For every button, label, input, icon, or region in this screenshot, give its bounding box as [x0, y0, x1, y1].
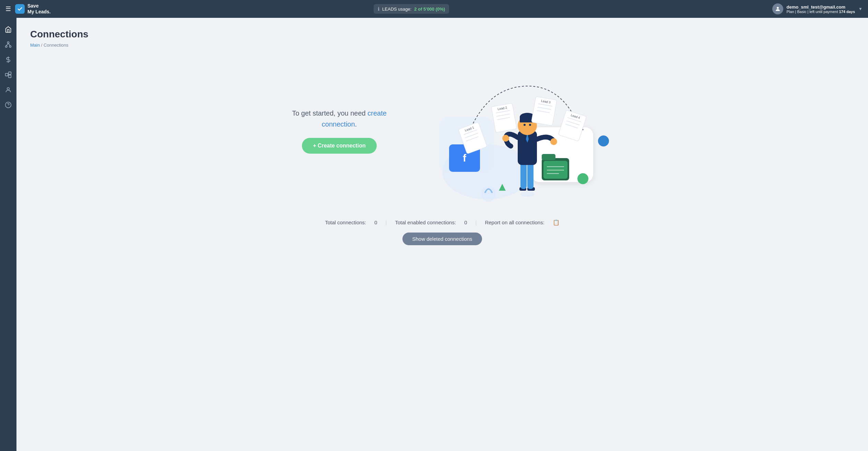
svg-rect-29 [527, 162, 533, 189]
svg-point-2 [8, 42, 9, 44]
svg-point-1 [777, 7, 779, 9]
stats-row: Total connections: 0 | Total enabled con… [325, 219, 560, 226]
svg-point-4 [9, 46, 11, 47]
stats-separator-1: | [386, 219, 387, 225]
svg-text:f: f [463, 152, 467, 164]
connections-inner: To get started, you need create connecti… [30, 59, 854, 203]
stats-area: Total connections: 0 | Total enabled con… [30, 219, 854, 245]
sidebar-item-billing[interactable] [2, 54, 14, 66]
svg-point-25 [520, 191, 534, 197]
logo-text: Save My Leads. [27, 3, 51, 15]
show-deleted-button[interactable]: Show deleted connections [402, 233, 482, 245]
svg-rect-10 [9, 75, 11, 78]
svg-rect-8 [5, 73, 8, 76]
info-icon: ℹ [378, 6, 379, 12]
main-layout: Connections Main / Connections To get st… [0, 18, 868, 451]
svg-point-36 [529, 124, 531, 126]
svg-point-35 [524, 124, 526, 126]
leads-usage-badge: ℹ LEADS usage: 2 of 5'000 (0%) [374, 4, 449, 14]
illustration: f [432, 59, 610, 203]
sidebar-item-integrations[interactable] [2, 69, 14, 81]
user-plan: Plan | Basic | left until payment 174 da… [787, 10, 855, 14]
user-email: demo_sml_test@gmail.com [787, 4, 855, 10]
report-label: Report on all connections: [485, 219, 544, 225]
breadcrumb: Main / Connections [30, 43, 854, 48]
breadcrumb-main-link[interactable]: Main [30, 43, 40, 48]
sidebar [0, 18, 16, 451]
navbar: ☰ Save My Leads. ℹ LEADS usage: 2 of 5'0… [0, 0, 868, 18]
svg-point-3 [5, 46, 7, 47]
user-info: demo_sml_test@gmail.com Plan | Basic | l… [787, 4, 855, 14]
svg-rect-20 [542, 154, 555, 160]
svg-point-62 [598, 135, 609, 146]
hamburger-icon[interactable]: ☰ [5, 5, 11, 13]
sidebar-item-home[interactable] [2, 23, 14, 36]
connections-area: To get started, you need create connecti… [30, 59, 854, 245]
total-enabled-value: 0 [464, 219, 467, 225]
breadcrumb-current: Connections [44, 43, 68, 48]
get-started-text: To get started, you need create connecti… [274, 108, 404, 130]
content-area: Connections Main / Connections To get st… [16, 18, 868, 451]
sidebar-item-connections[interactable] [2, 38, 14, 51]
sidebar-item-profile[interactable] [2, 84, 14, 96]
logo: Save My Leads. [15, 3, 51, 15]
user-avatar [772, 3, 783, 14]
svg-line-6 [8, 44, 10, 46]
svg-point-38 [550, 138, 557, 145]
breadcrumb-separator: / [41, 43, 44, 48]
create-connection-button[interactable]: + Create connection [302, 138, 376, 154]
logo-icon [15, 4, 25, 14]
total-connections-value: 0 [374, 219, 377, 225]
svg-line-5 [6, 44, 8, 46]
page-title: Connections [30, 29, 854, 40]
left-content: To get started, you need create connecti… [274, 108, 404, 154]
svg-point-37 [502, 135, 509, 142]
svg-point-61 [577, 173, 588, 184]
navbar-left: ☰ Save My Leads. [5, 3, 51, 15]
svg-rect-28 [520, 162, 527, 189]
stats-separator-2: | [475, 219, 477, 225]
chevron-down-icon[interactable]: ▼ [858, 7, 863, 11]
leads-usage-count: 2 of 5'000 (0%) [414, 7, 445, 12]
total-connections-label: Total connections: [325, 219, 366, 225]
svg-point-63 [481, 187, 496, 202]
sidebar-item-help[interactable] [2, 99, 14, 111]
svg-rect-9 [9, 72, 11, 75]
total-enabled-label: Total enabled connections: [395, 219, 456, 225]
svg-point-11 [7, 87, 10, 90]
navbar-right: demo_sml_test@gmail.com Plan | Basic | l… [772, 3, 863, 14]
leads-usage-label: LEADS usage: [382, 7, 411, 12]
report-icon[interactable]: 📋 [553, 219, 560, 226]
